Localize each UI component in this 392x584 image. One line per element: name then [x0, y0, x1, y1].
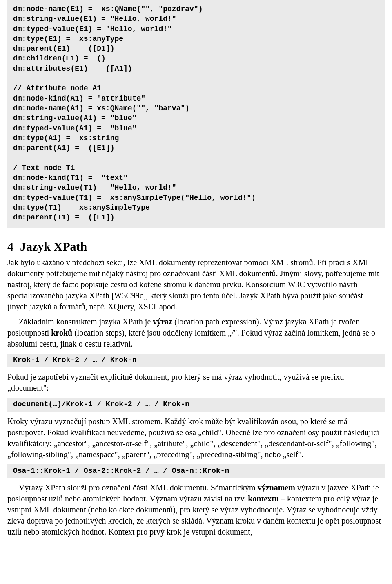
paragraph-4: Kroky výrazu vyznačují postup XML strome…	[7, 416, 385, 460]
code-block-4: Osa-1::Krok-1 / Osa-2::Krok-2 / … / Osa-…	[7, 464, 385, 478]
paragraph-2: Základním konstruktem jazyka XPath je vý…	[7, 316, 385, 349]
paragraph-1: Jak bylo ukázáno v předchozí sekci, lze …	[7, 257, 385, 312]
text: Základním konstruktem jazyka XPath je	[19, 317, 153, 326]
paragraph-5: Výrazy XPath slouží pro označení částí X…	[7, 482, 385, 537]
section-title: Jazyk XPath	[20, 239, 87, 253]
section-number: 4	[7, 239, 13, 253]
code-block-2: Krok-1 / Krok-2 / … / Krok-n	[7, 354, 385, 367]
paragraph-3: Pokud je zapotřebí vyznačit explicitně d…	[7, 371, 385, 394]
code-block-1: dm:node-name(E1) = xs:QName("", "pozdrav…	[7, 0, 385, 228]
bold-term-vyznamem: významem	[258, 483, 295, 492]
bold-term-vyraz: výraz	[153, 317, 172, 326]
bold-term-kroku: kroků	[51, 328, 72, 337]
section-heading: 4Jazyk XPath	[7, 238, 385, 255]
code-block-3: document(…)/Krok-1 / Krok-2 / … / Krok-n	[7, 398, 385, 412]
text: Výrazy XPath slouží pro označení částí X…	[19, 483, 258, 492]
bold-term-kontextu: kontextu	[248, 494, 279, 503]
